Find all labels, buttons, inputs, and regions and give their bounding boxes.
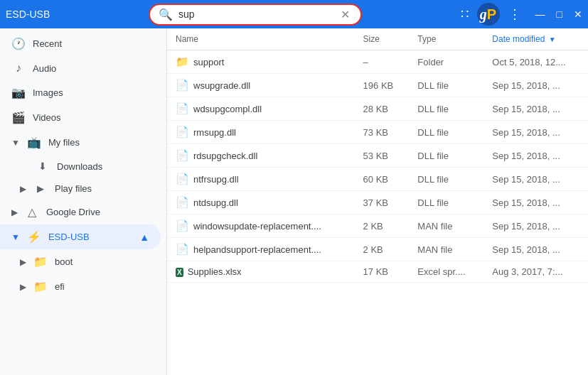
expand-arrow-play-files: ▶	[20, 184, 26, 194]
doc-icon: 📄	[176, 79, 189, 91]
expand-arrow-my-files: ▼	[11, 138, 20, 148]
google-drive-icon: △	[25, 205, 39, 219]
col-type: Type	[409, 28, 483, 50]
search-bar: 🔍 ✕	[149, 4, 362, 26]
search-clear-icon[interactable]: ✕	[341, 8, 350, 21]
main-layout: 🕐 Recent ♪ Audio 📷 Images 🎬 Videos ▼ 📺 M…	[0, 28, 588, 375]
file-name-cell: 📄 windowsupdate-replacement....	[176, 219, 346, 232]
file-name-cell: 📄 helpandsupport-replacement....	[176, 243, 346, 256]
table-row[interactable]: 📄 windowsupdate-replacement.... 2 KB MAN…	[167, 214, 588, 238]
sidebar-item-my-files[interactable]: ▼ 📺 My files	[0, 130, 161, 155]
file-date: Oct 5, 2018, 12....	[483, 50, 588, 74]
file-name: windowsupdate-replacement....	[193, 221, 321, 232]
sidebar-item-esd-usb[interactable]: ▼ ⚡ ESD-USB ▲	[0, 224, 161, 249]
sort-arrow-icon: ▼	[549, 36, 556, 43]
sidebar-item-label: Videos	[33, 112, 61, 123]
sidebar-item-label: Google Drive	[46, 207, 100, 217]
excel-icon: X	[176, 268, 183, 277]
file-name: rmsupg.dll	[193, 127, 236, 138]
file-name-cell: X Supplies.xlsx	[176, 266, 346, 277]
file-name-cell: 📄 wdsupgcompl.dll	[176, 102, 346, 115]
play-files-icon: ▶	[33, 183, 48, 194]
boot-folder-icon: 📁	[33, 255, 48, 268]
file-area: Name Size Type Date modified ▼ 📁 support…	[167, 28, 588, 375]
app-title: ESD-USB	[6, 9, 50, 20]
minimize-button[interactable]: —	[535, 9, 545, 20]
search-input[interactable]	[178, 9, 335, 20]
sidebar-item-play-files[interactable]: ▶ ▶ Play files	[0, 178, 161, 200]
table-row[interactable]: 📄 wsupgrade.dll 196 KB DLL file Sep 15, …	[167, 74, 588, 97]
eject-icon[interactable]: ▲	[139, 232, 149, 243]
file-list: 📁 support – Folder Oct 5, 2018, 12.... 📄…	[167, 50, 588, 283]
file-name: wsupgrade.dll	[193, 80, 250, 91]
titlebar: ESD-USB 🔍 ✕ ∷ gP ⋮ — □ ✕	[0, 0, 588, 28]
titlebar-center: 🔍 ✕	[50, 4, 460, 26]
sidebar-item-videos[interactable]: 🎬 Videos	[0, 105, 161, 130]
file-type: MAN file	[409, 238, 483, 261]
sidebar-item-downloads[interactable]: ⬇ Downloads	[0, 155, 161, 178]
file-type: MAN file	[409, 214, 483, 238]
sidebar-item-audio[interactable]: ♪ Audio	[0, 56, 161, 80]
file-type: DLL file	[409, 74, 483, 97]
file-date: Sep 15, 2018, ...	[483, 214, 588, 238]
table-row[interactable]: 📄 rdsupgcheck.dll 53 KB DLL file Sep 15,…	[167, 144, 588, 168]
sidebar-item-efi[interactable]: ▶ 📁 efi	[0, 274, 161, 299]
search-icon: 🔍	[159, 8, 173, 21]
doc-icon: 📄	[176, 196, 189, 208]
file-type: Folder	[409, 50, 483, 74]
file-name-cell: 📄 wsupgrade.dll	[176, 79, 346, 92]
table-row[interactable]: 📁 support – Folder Oct 5, 2018, 12....	[167, 50, 588, 74]
downloads-icon: ⬇	[36, 161, 50, 172]
close-button[interactable]: ✕	[574, 9, 582, 20]
file-date: Sep 15, 2018, ...	[483, 168, 588, 191]
file-date: Sep 15, 2018, ...	[483, 121, 588, 144]
audio-icon: ♪	[11, 62, 26, 75]
table-row[interactable]: 📄 rmsupg.dll 73 KB DLL file Sep 15, 2018…	[167, 121, 588, 144]
file-name: helpandsupport-replacement....	[193, 244, 321, 255]
file-size: 2 KB	[355, 238, 410, 261]
sidebar-item-label: ESD-USB	[48, 232, 90, 242]
file-name: rdsupgcheck.dll	[193, 151, 257, 161]
table-row[interactable]: 📄 wdsupgcompl.dll 28 KB DLL file Sep 15,…	[167, 97, 588, 121]
esd-usb-icon: ⚡	[27, 230, 41, 244]
table-row[interactable]: 📄 ntfrsupg.dll 60 KB DLL file Sep 15, 20…	[167, 168, 588, 191]
table-row[interactable]: 📄 helpandsupport-replacement.... 2 KB MA…	[167, 238, 588, 261]
images-icon: 📷	[11, 86, 26, 99]
titlebar-left: ESD-USB	[6, 9, 50, 20]
file-name-cell: 📁 support	[176, 55, 346, 68]
file-name: ntfrsupg.dll	[193, 174, 239, 185]
more-options-icon[interactable]: ⋮	[508, 6, 521, 22]
expand-arrow-boot: ▶	[20, 257, 26, 267]
sidebar-item-label: Play files	[55, 183, 92, 194]
file-table: Name Size Type Date modified ▼ 📁 support…	[167, 28, 588, 375]
file-size: 2 KB	[355, 214, 410, 238]
recent-icon: 🕐	[11, 37, 26, 50]
sidebar: 🕐 Recent ♪ Audio 📷 Images 🎬 Videos ▼ 📺 M…	[0, 28, 167, 375]
folder-icon: 📁	[176, 55, 189, 67]
table-row[interactable]: 📄 ntdsupg.dll 37 KB DLL file Sep 15, 201…	[167, 191, 588, 214]
doc-icon: 📄	[176, 173, 189, 185]
file-date: Sep 15, 2018, ...	[483, 144, 588, 168]
file-type: DLL file	[409, 168, 483, 191]
apps-grid-icon[interactable]: ∷	[461, 6, 469, 22]
videos-icon: 🎬	[11, 111, 26, 124]
expand-arrow-esd-usb: ▼	[11, 232, 20, 242]
sidebar-item-label: Downloads	[57, 161, 102, 172]
efi-folder-icon: 📁	[33, 280, 48, 293]
file-date: Sep 15, 2018, ...	[483, 97, 588, 121]
table-row[interactable]: X Supplies.xlsx 17 KB Excel spr.... Aug …	[167, 261, 588, 283]
sidebar-item-recent[interactable]: 🕐 Recent	[0, 31, 161, 56]
window-controls: — □ ✕	[535, 9, 582, 20]
sidebar-item-label: efi	[55, 281, 65, 292]
sidebar-item-boot[interactable]: ▶ 📁 boot	[0, 249, 161, 274]
sidebar-item-google-drive[interactable]: ▶ △ Google Drive	[0, 200, 161, 224]
sidebar-item-label: Recent	[33, 38, 62, 49]
files-table: Name Size Type Date modified ▼ 📁 support…	[167, 28, 588, 283]
file-size: 17 KB	[355, 261, 410, 283]
maximize-button[interactable]: □	[557, 9, 562, 20]
sidebar-item-images[interactable]: 📷 Images	[0, 80, 161, 105]
col-size: Size	[355, 28, 410, 50]
col-date[interactable]: Date modified ▼	[483, 28, 588, 50]
file-date: Sep 15, 2018, ...	[483, 191, 588, 214]
file-date: Sep 15, 2018, ...	[483, 238, 588, 261]
